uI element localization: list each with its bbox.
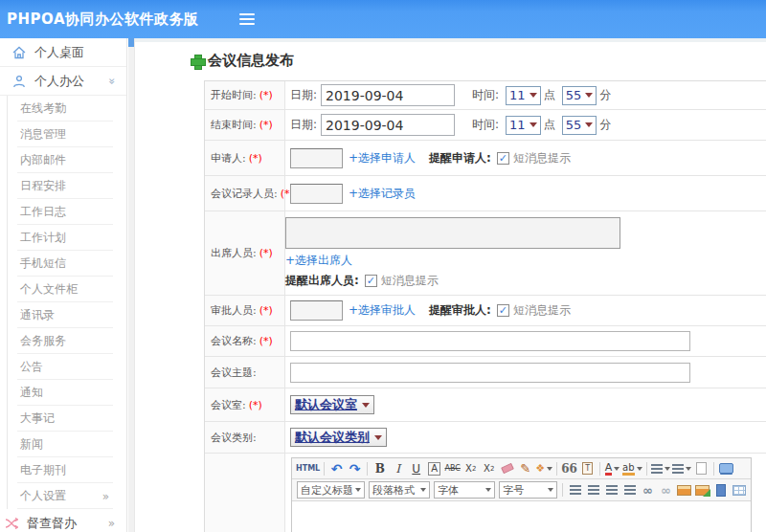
remind-attendees-label: 提醒出席人员:	[285, 273, 359, 289]
unordered-list-button[interactable]	[672, 460, 691, 477]
insert-media-button[interactable]	[712, 482, 729, 499]
sms-label: 短消息提示	[513, 302, 571, 319]
auto-typeset-button[interactable]: ❖	[535, 460, 552, 477]
eraser-button[interactable]	[499, 460, 515, 477]
underline-button[interactable]: U	[408, 460, 424, 477]
heading-style-select[interactable]: 自定义标题	[297, 481, 365, 499]
sidebar: 个人桌面 个人办公 » 在线考勤 消息管理 内部邮件 日程安排 工作日志 工作计…	[0, 38, 127, 532]
undo-button[interactable]: ↶	[328, 460, 345, 477]
strikethrough-button[interactable]: ABC	[444, 460, 461, 477]
choose-attendees-link[interactable]: +选择出席人	[285, 253, 352, 269]
redo-button[interactable]: ↷	[347, 460, 363, 477]
page-icon	[696, 462, 707, 475]
align-left-button[interactable]	[567, 482, 583, 499]
start-hour-select[interactable]: 11	[506, 86, 541, 105]
required-mark: (*)	[259, 247, 273, 259]
sidebar-scrollbar-thumb[interactable]	[128, 38, 134, 47]
sidebar-item-sms[interactable]: 手机短信	[8, 251, 126, 277]
list-icon	[672, 464, 684, 474]
sidebar-item-work-log[interactable]: 工作日志	[8, 199, 126, 225]
sidebar-item-label: 督查督办	[27, 515, 77, 532]
align-justify-button[interactable]	[621, 482, 638, 499]
dropdown-arrow-icon	[355, 488, 361, 492]
choose-applicant-link[interactable]: +选择申请人	[349, 150, 416, 166]
eraser-icon	[501, 463, 514, 474]
insert-link-button[interactable]: ∞	[640, 482, 656, 499]
align-center-button[interactable]	[585, 482, 601, 499]
sidebar-item-file-cabinet[interactable]: 个人文件柜	[8, 277, 126, 302]
start-minute-select[interactable]: 55	[562, 86, 597, 105]
dropdown-arrow-icon	[665, 467, 670, 471]
sidebar-item-news[interactable]: 新闻	[8, 432, 126, 457]
sidebar-item-memorabilia[interactable]: 大事记	[8, 406, 126, 432]
highlight-color-button[interactable]: ab	[622, 460, 642, 477]
choose-approver-link[interactable]: +选择审批人	[349, 302, 416, 319]
html-source-button[interactable]: HTML	[296, 460, 320, 477]
blockquote-button[interactable]: 66	[561, 460, 577, 477]
meeting-subject-input[interactable]	[290, 363, 690, 383]
home-icon	[11, 45, 27, 60]
font-border-button[interactable]: A	[428, 462, 440, 476]
sms-checkbox[interactable]: ✓	[497, 304, 509, 317]
font-color-button[interactable]: A	[604, 460, 620, 477]
sms-checkbox[interactable]: ✓	[497, 152, 509, 165]
bold-button[interactable]: B	[372, 460, 388, 477]
form-row-content-editor: HTML ↶ ↷ B I U A ABC X2 X2 ✎	[205, 454, 766, 532]
sidebar-item-personal-office[interactable]: 个人办公 »	[0, 67, 126, 96]
sidebar-item-internal-mail[interactable]: 内部邮件	[8, 147, 126, 173]
start-date-input[interactable]	[321, 84, 455, 106]
sidebar-item-announcements[interactable]: 公告	[8, 354, 126, 380]
remove-link-button[interactable]: ∞	[658, 482, 674, 499]
superscript-button[interactable]: X2	[462, 460, 479, 477]
screenshot-button[interactable]	[694, 482, 710, 499]
end-date-input[interactable]	[321, 114, 455, 136]
meeting-name-input[interactable]	[290, 331, 690, 351]
chevron-double-right-icon: »	[108, 517, 115, 530]
sidebar-item-label: 个人桌面	[34, 44, 84, 61]
approver-input[interactable]	[290, 300, 343, 321]
font-size-select[interactable]: 字号	[499, 481, 557, 499]
sidebar-item-e-journal[interactable]: 电子期刊	[8, 457, 126, 483]
insert-image-button[interactable]	[676, 482, 692, 499]
end-minute-select[interactable]: 55	[562, 116, 597, 135]
align-justify-icon	[624, 485, 636, 495]
italic-button[interactable]: I	[390, 460, 406, 477]
sidebar-item-messages[interactable]: 消息管理	[8, 122, 126, 147]
minute-suffix: 分	[599, 87, 611, 103]
meeting-category-select[interactable]: 默认会议类别	[290, 428, 387, 447]
subscript-button[interactable]: X2	[481, 460, 497, 477]
meeting-form: 开始时间:(*) 日期: 时间: 11 点 55 分 结束时间:(*) 日期: …	[204, 80, 766, 532]
sidebar-item-personal-settings[interactable]: 个人设置 »	[8, 483, 126, 509]
ordered-list-button[interactable]	[651, 460, 670, 477]
editor-toolbar-row1: HTML ↶ ↷ B I U A ABC X2 X2 ✎	[292, 458, 751, 479]
editor-content-area[interactable]	[292, 501, 751, 532]
list-icon	[651, 464, 663, 474]
dropdown-arrow-icon	[529, 122, 537, 127]
sidebar-item-meeting-service[interactable]: 会务服务	[8, 328, 126, 354]
recorder-input[interactable]	[290, 184, 343, 204]
end-hour-select[interactable]: 11	[506, 116, 541, 135]
sidebar-scrollbar[interactable]	[128, 38, 135, 532]
format-brush-button[interactable]: ✎	[517, 460, 533, 477]
applicant-input[interactable]	[290, 148, 343, 168]
sidebar-item-work-plan[interactable]: 工作计划	[8, 225, 126, 251]
fullscreen-button[interactable]	[718, 460, 734, 477]
paste-button[interactable]: T	[579, 460, 596, 477]
sidebar-item-personal-desktop[interactable]: 个人桌面	[0, 38, 126, 67]
choose-recorder-link[interactable]: +选择记录员	[349, 186, 416, 202]
insert-table-button[interactable]	[731, 482, 747, 499]
meeting-room-select[interactable]: 默认会议室	[290, 395, 374, 414]
align-right-button[interactable]	[603, 482, 620, 499]
sidebar-item-supervision[interactable]: 督查督办 »	[0, 509, 126, 532]
attendees-textarea[interactable]	[285, 217, 620, 249]
sidebar-submenu: 在线考勤 消息管理 内部邮件 日程安排 工作日志 工作计划 手机短信 个人文件柜…	[7, 96, 126, 509]
sidebar-item-contacts[interactable]: 通讯录	[8, 302, 126, 328]
sidebar-item-schedule[interactable]: 日程安排	[8, 173, 126, 199]
new-page-button[interactable]	[693, 460, 710, 477]
paragraph-format-select[interactable]: 段落格式	[369, 481, 430, 499]
sidebar-item-notices[interactable]: 通知	[8, 380, 126, 406]
sms-checkbox[interactable]: ✓	[365, 275, 377, 287]
menu-toggle-icon[interactable]	[239, 13, 255, 25]
sidebar-item-attendance[interactable]: 在线考勤	[8, 96, 126, 122]
font-family-select[interactable]: 字体	[434, 481, 495, 499]
